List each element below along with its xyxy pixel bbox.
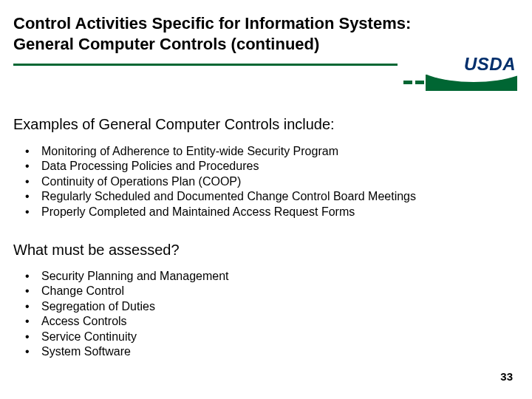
usda-logo: USDA: [426, 55, 517, 95]
examples-list: Monitoring of Adherence to Entity-wide S…: [19, 144, 416, 219]
list-item: Segregation of Duties: [41, 299, 229, 314]
subheading-examples: Examples of General Computer Controls in…: [13, 116, 335, 133]
list-item: Properly Completed and Maintained Access…: [41, 205, 416, 219]
list-item: Regularly Scheduled and Documented Chang…: [41, 189, 416, 204]
list-item: Monitoring of Adherence to Entity-wide S…: [41, 144, 416, 159]
slide-title: Control Activities Specific for Informat…: [13, 13, 412, 54]
assess-list: Security Planning and Management Change …: [19, 269, 229, 360]
title-line-2: General Computer Controls (continued): [13, 35, 319, 53]
list-item: Data Processing Policies and Procedures: [41, 159, 416, 174]
list-item: Access Controls: [41, 314, 229, 329]
title-underline: [13, 64, 398, 66]
list-item: Change Control: [41, 284, 229, 299]
slide: Control Activities Specific for Informat…: [0, 0, 532, 399]
list-item: System Software: [41, 344, 229, 359]
subheading-assess: What must be assessed?: [13, 242, 180, 259]
list-item: Security Planning and Management: [41, 269, 229, 284]
page-number: 33: [500, 370, 513, 383]
usda-logo-text: USDA: [426, 55, 517, 73]
list-item: Continuity of Operations Plan (COOP): [41, 174, 416, 189]
usda-swoosh-icon: [426, 75, 517, 91]
list-item: Service Continuity: [41, 330, 229, 344]
title-line-1: Control Activities Specific for Informat…: [13, 14, 411, 33]
